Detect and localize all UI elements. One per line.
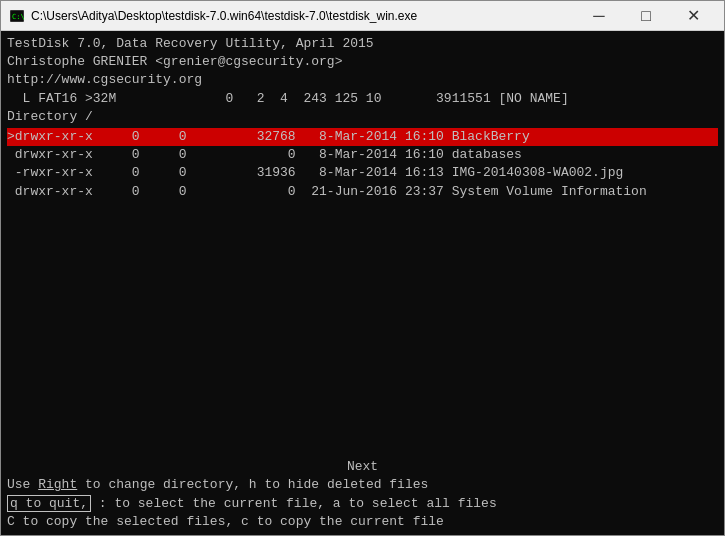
help-line-3: C to copy the selected files, c to copy … — [7, 513, 718, 531]
header-line-2: Christophe GRENIER <grenier@cgsecurity.o… — [7, 53, 718, 71]
header-line-3: http://www.cgsecurity.org — [7, 71, 718, 89]
directory-line: Directory / — [7, 108, 718, 126]
file-list: >drwxr-xr-x 0 0 32768 8-Mar-2014 16:10 B… — [7, 128, 718, 201]
titlebar-title: C:\Users\Aditya\Desktop\testdisk-7.0.win… — [31, 9, 576, 23]
svg-text:C:\: C:\ — [12, 13, 25, 21]
header-line-1: TestDisk 7.0, Data Recovery Utility, Apr… — [7, 35, 718, 53]
close-button[interactable]: ✕ — [670, 1, 716, 31]
main-window: C:\ C:\Users\Aditya\Desktop\testdisk-7.0… — [0, 0, 725, 536]
bottom-section: Next Use Right to change directory, h to… — [7, 458, 718, 531]
terminal-area: TestDisk 7.0, Data Recovery Utility, Apr… — [1, 31, 724, 535]
app-icon: C:\ — [9, 8, 25, 24]
help-line-2: q to quit, : to select the current file,… — [7, 495, 718, 513]
minimize-button[interactable]: ─ — [576, 1, 622, 31]
file-row-1: drwxr-xr-x 0 0 0 8-Mar-2014 16:10 databa… — [7, 146, 718, 164]
window-controls: ─ □ ✕ — [576, 1, 716, 31]
help-line-1: Use Right to change directory, h to hide… — [7, 476, 718, 494]
file-row-3: drwxr-xr-x 0 0 0 21-Jun-2016 23:37 Syste… — [7, 183, 718, 201]
file-row-0[interactable]: >drwxr-xr-x 0 0 32768 8-Mar-2014 16:10 B… — [7, 128, 718, 146]
titlebar: C:\ C:\Users\Aditya\Desktop\testdisk-7.0… — [1, 1, 724, 31]
file-row-2: -rwxr-xr-x 0 0 31936 8-Mar-2014 16:13 IM… — [7, 164, 718, 182]
right-key-label: Right — [38, 477, 77, 492]
partition-line: L FAT16 >32M 0 2 4 243 125 10 3911551 [N… — [7, 90, 718, 108]
next-label: Next — [7, 458, 718, 476]
q-quit-box: q to quit, — [7, 495, 91, 512]
maximize-button[interactable]: □ — [623, 1, 669, 31]
